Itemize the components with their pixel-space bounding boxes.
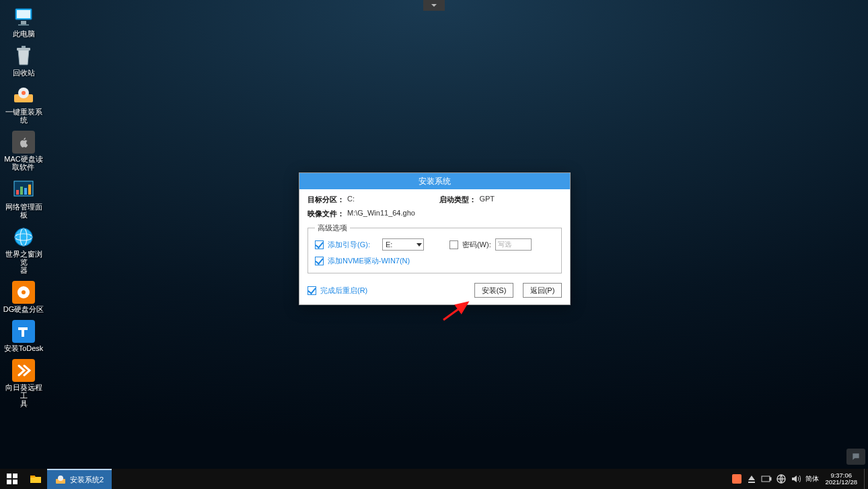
svg-rect-4: [17, 48, 30, 51]
desktop-icon-this-pc[interactable]: 此电脑: [2, 4, 45, 39]
icon-label: 向日葵远程工 具: [2, 383, 45, 408]
add-boot-checkbox[interactable]: [315, 240, 324, 249]
svg-point-19: [22, 290, 26, 294]
password-label[interactable]: 密码(W):: [462, 240, 491, 250]
image-file-row: 映像文件： M:\G_Win11_64.gho: [308, 209, 562, 219]
windows-icon: [7, 474, 17, 484]
app-icon: [732, 474, 742, 484]
svg-rect-25: [30, 476, 35, 478]
svg-rect-10: [16, 190, 19, 195]
add-nvme-label[interactable]: 添加NVME驱动-WIN7(N): [328, 256, 410, 266]
assistant-badge[interactable]: [846, 449, 865, 465]
file-explorer-button[interactable]: [24, 469, 47, 489]
install-button[interactable]: 安装(S): [474, 283, 513, 298]
top-pull-down-tab[interactable]: [423, 0, 445, 11]
image-file-value: M:\G_Win11_64.gho: [347, 209, 415, 219]
desktop-icon-world-browser[interactable]: 世界之窗浏览 器: [2, 224, 45, 275]
target-partition-label: 目标分区：: [308, 195, 345, 205]
svg-rect-24: [13, 480, 17, 484]
image-file-label: 映像文件：: [308, 209, 345, 219]
start-button[interactable]: [0, 469, 24, 489]
dialog-footer: 完成后重启(R) 安装(S) 返回(P): [299, 278, 570, 304]
desktop-icon-dg-partition[interactable]: DG硬盘分区: [2, 280, 45, 315]
svg-rect-29: [762, 476, 770, 482]
svg-rect-30: [770, 478, 771, 480]
add-nvme-checkbox[interactable]: [315, 257, 324, 265]
chart-panel-icon: [12, 178, 35, 201]
desktop-icon-grid: 此电脑 回收站 一键重装系统 MAC硬盘读 取软件 网络管理面板 世界之窗浏览 …: [0, 4, 47, 410]
svg-rect-23: [7, 480, 11, 484]
folder-icon: [30, 474, 42, 484]
icon-label: DG硬盘分区: [3, 305, 44, 313]
desktop-icon-network-panel[interactable]: 网络管理面板: [2, 177, 45, 220]
tray-volume-icon[interactable]: [789, 469, 803, 489]
globe-icon: [12, 226, 35, 249]
boot-drive-select[interactable]: E:: [382, 238, 424, 251]
desktop-icon-sunflower-tool[interactable]: 向日葵远程工 具: [2, 358, 45, 409]
advanced-options-group: 高级选项 添加引导(G): E: 密码(W): 写选 添加NVME驱动-WIN7…: [308, 223, 562, 273]
disk-partition-icon: [12, 281, 35, 304]
gear-install-icon: [55, 474, 66, 485]
boot-type-label: 启动类型：: [439, 195, 476, 205]
icon-label: 网络管理面板: [2, 203, 45, 219]
tray-battery-icon[interactable]: [759, 469, 774, 489]
password-input[interactable]: 写选: [495, 238, 532, 251]
tray-network-icon[interactable]: [774, 469, 789, 489]
svg-rect-12: [24, 188, 27, 195]
task-label: 安装系统2: [70, 475, 104, 485]
back-button[interactable]: 返回(P): [523, 283, 562, 298]
desktop-icon-install-todesk[interactable]: 安装ToDesk: [2, 319, 45, 354]
battery-icon: [761, 476, 772, 482]
password-placeholder: 写选: [498, 240, 511, 249]
ime-indicator[interactable]: 简体: [803, 474, 821, 484]
svg-rect-28: [732, 474, 742, 484]
reboot-after-label[interactable]: 完成后重启(R): [320, 286, 367, 296]
svg-rect-2: [21, 21, 26, 24]
svg-point-8: [22, 91, 26, 95]
eject-icon: [748, 475, 756, 483]
tray-eject-icon[interactable]: [744, 469, 759, 489]
desktop-icon-one-key-install[interactable]: 一键重装系统: [2, 82, 45, 125]
svg-rect-21: [7, 474, 11, 478]
desktop-icon-recycle-bin[interactable]: 回收站: [2, 43, 45, 78]
svg-point-27: [58, 476, 63, 481]
apple-icon: [12, 131, 35, 154]
svg-rect-22: [13, 474, 17, 478]
gear-install-icon: [12, 84, 35, 106]
svg-rect-5: [22, 46, 26, 48]
tray-app-icon[interactable]: [729, 469, 744, 489]
reboot-after-checkbox[interactable]: [308, 286, 316, 295]
target-partition-value: C:: [347, 195, 355, 205]
svg-rect-3: [18, 24, 29, 26]
computer-icon: [12, 5, 35, 28]
clock-date: 2021/12/28: [825, 479, 857, 486]
svg-rect-13: [28, 185, 31, 195]
password-checkbox[interactable]: [449, 240, 458, 249]
install-system-dialog: 安装系统 目标分区： C: 启动类型： GPT 映像文件： M:\G_Win11…: [299, 172, 571, 305]
sunflower-icon: [12, 359, 35, 382]
taskbar: 安装系统2 简体 9:37:06 2021/12/28: [0, 469, 868, 489]
chevron-down-icon: [431, 2, 437, 9]
show-desktop-button[interactable]: [864, 469, 868, 489]
taskbar-task-install-system[interactable]: 安装系统2: [47, 469, 112, 489]
boot-type-value: GPT: [479, 195, 495, 205]
taskbar-right: 简体 9:37:06 2021/12/28: [729, 469, 868, 489]
icon-label: 一键重装系统: [2, 108, 45, 124]
icon-label: 世界之窗浏览 器: [2, 250, 45, 274]
network-icon: [776, 474, 786, 484]
volume-icon: [791, 475, 801, 483]
taskbar-clock[interactable]: 9:37:06 2021/12/28: [821, 472, 861, 486]
icon-label: 回收站: [13, 69, 35, 77]
taskbar-left: 安装系统2: [0, 469, 112, 489]
advanced-legend: 高级选项: [315, 223, 350, 233]
boot-drive-value: E:: [386, 240, 392, 249]
target-boot-row: 目标分区： C: 启动类型： GPT: [308, 195, 562, 205]
dialog-title: 安装系统: [299, 173, 570, 189]
todesk-icon: [12, 320, 35, 343]
svg-rect-1: [17, 10, 30, 18]
add-boot-label[interactable]: 添加引导(G):: [328, 240, 370, 250]
svg-rect-11: [20, 187, 23, 195]
icon-label: 此电脑: [13, 30, 35, 38]
dialog-body: 目标分区： C: 启动类型： GPT 映像文件： M:\G_Win11_64.g…: [299, 189, 570, 278]
desktop-icon-mac-disk-reader[interactable]: MAC硬盘读 取软件: [2, 129, 45, 172]
